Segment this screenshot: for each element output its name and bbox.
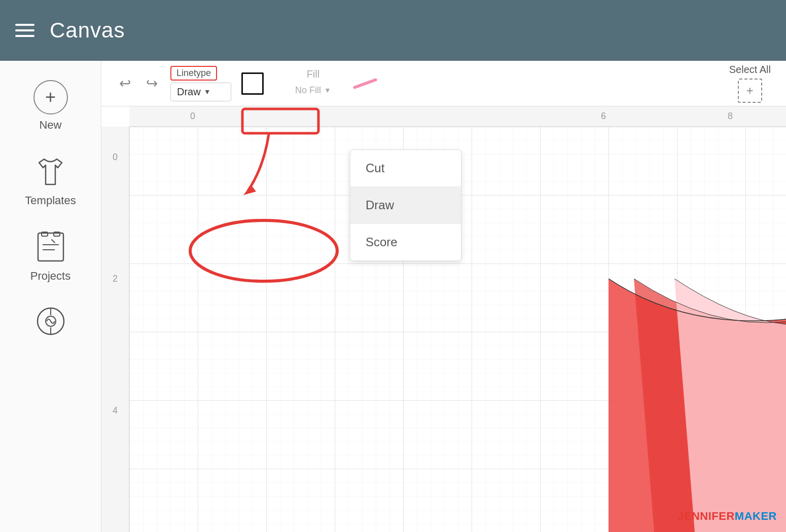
sidebar-label-templates: Templates <box>25 194 76 207</box>
ruler-mark-8: 8 <box>728 111 733 122</box>
dropdown-option-score[interactable]: Score <box>350 224 461 260</box>
ruler-left: 0 2 4 <box>101 127 129 532</box>
app-title: Canvas <box>50 18 125 43</box>
ruler-mark-6: 6 <box>601 111 606 122</box>
projects-icon <box>35 231 66 265</box>
fill-value: No Fill <box>295 85 321 96</box>
sidebar-label-new: New <box>39 119 61 132</box>
images-icon <box>35 306 66 338</box>
sidebar-item-projects[interactable]: Projects <box>0 221 101 292</box>
svg-rect-0 <box>38 233 63 261</box>
redo-button[interactable]: ↪ <box>144 72 160 94</box>
plus-circle-icon: + <box>33 80 68 115</box>
ruler-left-2: 2 <box>113 274 118 284</box>
sidebar-item-templates[interactable]: Templates <box>0 146 101 216</box>
linetype-value: Draw <box>177 86 201 98</box>
sidebar: + New Templates Pro <box>0 61 101 532</box>
linetype-label: Linetype <box>170 66 217 81</box>
stroke-color-icon[interactable] <box>352 78 377 89</box>
linetype-dropdown-menu: Cut Draw Score <box>350 149 461 261</box>
linetype-dropdown[interactable]: Draw ▼ <box>170 83 231 101</box>
linetype-color-swatch[interactable] <box>241 72 264 95</box>
sidebar-item-new[interactable]: + New <box>0 71 101 141</box>
sidebar-item-images[interactable] <box>0 297 101 348</box>
tshirt-icon <box>34 155 67 190</box>
ruler-top: 0 6 8 <box>129 106 786 127</box>
canvas-area[interactable]: 0 6 8 0 2 4 <box>101 106 786 532</box>
select-all-button[interactable]: + <box>738 79 762 103</box>
fill-dropdown[interactable]: No Fill ▼ <box>289 82 337 99</box>
ruler-left-0: 0 <box>113 152 118 163</box>
dropdown-option-cut[interactable]: Cut <box>350 150 461 187</box>
fill-label: Fill <box>307 68 320 80</box>
content-area: ↩ ↪ Linetype Draw ▼ Fill No Fill ▼ Selec <box>101 61 786 532</box>
fill-dropdown-arrow-icon: ▼ <box>324 86 331 94</box>
dropdown-option-draw[interactable]: Draw <box>350 187 461 224</box>
undo-button[interactable]: ↩ <box>117 72 133 94</box>
toolbar: ↩ ↪ Linetype Draw ▼ Fill No Fill ▼ Selec <box>101 61 786 106</box>
hamburger-menu[interactable] <box>15 24 34 37</box>
select-all-label: Select All <box>729 64 771 75</box>
select-all-group: Select All + <box>729 64 771 103</box>
app-header: Canvas <box>0 0 786 61</box>
linetype-group: Linetype Draw ▼ <box>170 66 231 101</box>
dropdown-arrow-icon: ▼ <box>204 88 211 96</box>
sidebar-label-projects: Projects <box>30 270 70 283</box>
ruler-left-4: 4 <box>113 405 118 416</box>
fill-group: Fill No Fill ▼ <box>289 68 337 99</box>
main-layout: + New Templates Pro <box>0 61 786 532</box>
ruler-mark-0: 0 <box>190 111 195 122</box>
